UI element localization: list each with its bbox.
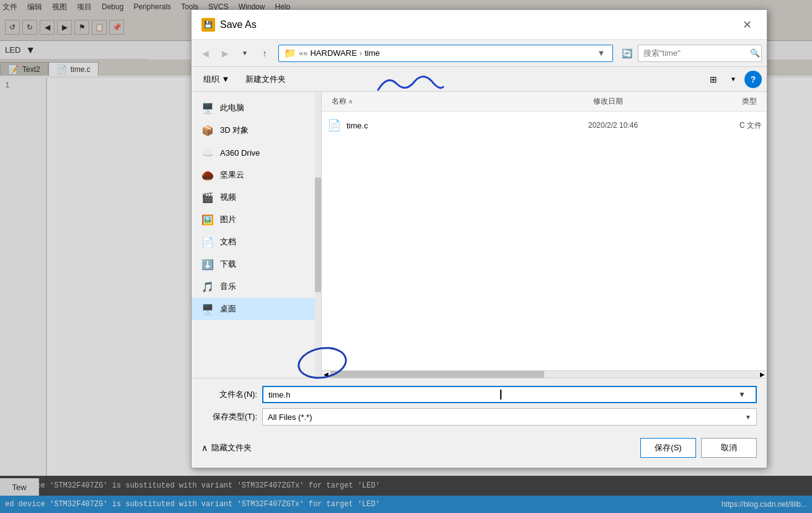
filename-dropdown-button[interactable]: ▼ [733, 386, 751, 403]
save-as-dialog: 💾 Save As ✕ ◀ ▶ ▼ ↑ 📁 «« HARDWARE › time… [191, 9, 767, 468]
organize-label: 组织 ▼ [203, 74, 229, 85]
path-dropdown-button[interactable]: ▼ [595, 45, 607, 62]
left-panel-scrollbar-thumb [315, 177, 321, 292]
dialog-content: 🖥️ 此电脑 📦 3D 对象 ☁️ A360 Drive 🌰 坚果云 🎬 视频 … [192, 92, 767, 378]
filetype-dropdown-icon: ▼ [745, 414, 751, 421]
nav-3d-icon: 📦 [201, 124, 214, 136]
nav-back-button[interactable]: ◀ [196, 45, 214, 62]
path-refresh-button[interactable]: 🔄 [618, 45, 635, 62]
nav-item-documents[interactable]: 📄 文档 [192, 231, 321, 253]
toolbar2-right: ⊞ ▼ ? [705, 71, 762, 88]
nav-documents-icon: 📄 [201, 236, 214, 248]
dialog-titlebar: 💾 Save As ✕ [192, 10, 767, 40]
filename-label: 文件名(N): [201, 389, 257, 400]
new-folder-label: 新建文件夹 [245, 74, 286, 85]
file-date-time-c: 2020/2/2 10:46 [588, 121, 700, 130]
nav-item-pictures[interactable]: 🖼️ 图片 [192, 208, 321, 231]
h-scrollbar-thumb [330, 371, 544, 378]
nav-up-button[interactable]: ↑ [256, 45, 273, 62]
nav-a360-icon: ☁️ [201, 146, 214, 159]
action-buttons: 保存(S) 取消 [640, 438, 757, 458]
nav-item-video[interactable]: 🎬 视频 [192, 186, 321, 208]
hide-folders-icon: ∧ [201, 443, 208, 453]
filetype-row: 保存类型(T): All Files (*.*) ▼ [201, 408, 757, 426]
dialog-title: Save As [220, 19, 732, 30]
save-button[interactable]: 保存(S) [640, 438, 696, 458]
new-folder-button[interactable]: 新建文件夹 [239, 71, 293, 88]
nav-item-music[interactable]: 🎵 音乐 [192, 275, 321, 298]
nav-a360-label: A360 Drive [220, 148, 260, 158]
nav-downloads-label: 下载 [220, 259, 236, 270]
nav-item-desktop[interactable]: 🖥️ 桌面 [192, 298, 321, 320]
filename-value: time.h [268, 390, 500, 399]
nav-video-label: 视频 [220, 192, 236, 203]
filename-input-container[interactable]: time.h ▼ [262, 386, 757, 403]
col-header-name[interactable]: 名称 ∧ [327, 96, 588, 107]
table-row[interactable]: 📄 time.c 2020/2/2 10:46 C 文件 [322, 114, 767, 136]
cancel-button[interactable]: 取消 [701, 438, 757, 458]
path-bar[interactable]: 📁 «« HARDWARE › time ▼ [278, 45, 613, 62]
h-scrollbar-track[interactable] [330, 371, 758, 378]
view-mode-button[interactable]: ⊞ [705, 71, 722, 88]
file-list-body: 📄 time.c 2020/2/2 10:46 C 文件 [322, 112, 767, 370]
filetype-label: 保存类型(T): [201, 411, 257, 422]
h-scrollbar-left-button[interactable]: ◀ [322, 371, 330, 378]
view-dropdown-button[interactable]: ▼ [725, 71, 742, 88]
nav-nutstore-label: 坚果云 [220, 169, 244, 181]
help-button[interactable]: ? [744, 71, 762, 88]
nav-computer-label: 此电脑 [220, 102, 244, 114]
h-scrollbar[interactable]: ◀ ▶ [322, 370, 767, 378]
nav-pictures-icon: 🖼️ [201, 213, 214, 226]
nav-documents-label: 文档 [220, 236, 236, 248]
file-list-header: 名称 ∧ 修改日期 类型 [322, 92, 767, 112]
nav-music-icon: 🎵 [201, 280, 214, 293]
filetype-select[interactable]: All Files (*.*) ▼ [262, 408, 757, 426]
h-scrollbar-right-button[interactable]: ▶ [758, 371, 767, 378]
path-hardware: HARDWARE [310, 48, 356, 58]
organize-button[interactable]: 组织 ▼ [196, 71, 236, 88]
right-panel: 名称 ∧ 修改日期 类型 📄 time.c 2020/2/2 10:46 C 文… [322, 92, 767, 378]
file-name-time-c: time.c [346, 121, 588, 130]
nav-nutstore-icon: 🌰 [201, 169, 214, 181]
filename-caret [500, 390, 501, 399]
file-type-time-c: C 文件 [700, 120, 762, 131]
nav-item-3d[interactable]: 📦 3D 对象 [192, 119, 321, 141]
dialog-actions: ∧ 隐藏文件夹 保存(S) 取消 [192, 438, 767, 468]
col-header-type[interactable]: 类型 [700, 96, 762, 107]
nav-item-a360[interactable]: ☁️ A360 Drive [192, 141, 321, 164]
dialog-form: 文件名(N): time.h ▼ 保存类型(T): All Files (*.*… [192, 378, 767, 438]
nav-music-label: 音乐 [220, 281, 236, 292]
dialog-title-icon: 💾 [201, 18, 215, 32]
nav-dropdown-button[interactable]: ▼ [236, 45, 254, 62]
file-icon-time-c: 📄 [327, 118, 342, 133]
nav-downloads-icon: ⬇️ [201, 258, 214, 270]
nav-item-nutstore[interactable]: 🌰 坚果云 [192, 164, 321, 186]
nav-pictures-label: 图片 [220, 214, 236, 225]
nav-item-downloads[interactable]: ⬇️ 下载 [192, 253, 321, 275]
dialog-toolbar2: 组织 ▼ 新建文件夹 ⊞ ▼ ? [192, 67, 767, 92]
path-separator-2: › [360, 48, 362, 58]
left-panel-scrollbar[interactable] [315, 92, 321, 378]
nav-desktop-label: 桌面 [220, 303, 236, 314]
search-input[interactable] [643, 48, 748, 58]
nav-item-computer[interactable]: 🖥️ 此电脑 [192, 97, 321, 119]
path-folder-icon: 📁 [284, 47, 296, 59]
nav-desktop-icon: 🖥️ [201, 303, 214, 315]
path-separator-1: «« [299, 48, 307, 58]
dialog-close-button[interactable]: ✕ [737, 15, 757, 35]
search-box[interactable]: 🔍 [638, 45, 762, 62]
nav-3d-label: 3D 对象 [220, 125, 249, 136]
path-time: time [364, 48, 380, 58]
filename-row: 文件名(N): time.h ▼ [201, 386, 757, 403]
search-icon: 🔍 [750, 48, 760, 58]
dialog-navbar: ◀ ▶ ▼ ↑ 📁 «« HARDWARE › time ▼ 🔄 🔍 [192, 40, 767, 67]
col-header-date[interactable]: 修改日期 [588, 96, 700, 107]
sort-arrow: ∧ [348, 98, 353, 105]
hide-folders-toggle[interactable]: ∧ 隐藏文件夹 [201, 442, 252, 453]
filetype-value: All Files (*.*) [268, 413, 745, 422]
nav-video-icon: 🎬 [201, 191, 214, 203]
hide-folders-label: 隐藏文件夹 [211, 442, 252, 453]
nav-computer-icon: 🖥️ [201, 102, 214, 114]
left-panel: 🖥️ 此电脑 📦 3D 对象 ☁️ A360 Drive 🌰 坚果云 🎬 视频 … [192, 92, 322, 378]
nav-forward-button[interactable]: ▶ [216, 45, 234, 62]
